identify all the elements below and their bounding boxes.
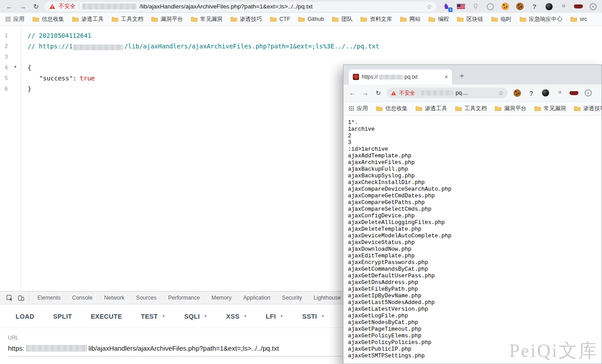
bookmark-star-icon[interactable]: ☆ <box>498 89 504 96</box>
bookmark-folder[interactable]: 临时 <box>491 16 512 23</box>
bookmark-folder[interactable]: 渗透工具 <box>72 16 104 23</box>
us-flag-icon[interactable] <box>457 2 465 11</box>
cookie-brown-icon[interactable] <box>513 88 521 97</box>
devtools-tab[interactable]: Lighthouse <box>308 292 347 304</box>
file-list-line: ajaxGetFileByPath.php <box>348 286 602 293</box>
bookmark-folder[interactable]: 漏洞平台 <box>151 16 183 23</box>
devtools-separator <box>29 294 29 301</box>
bookmark-label: 编程 <box>438 16 449 23</box>
bookmark-folder[interactable]: src <box>570 16 587 22</box>
question-extension-icon[interactable]: ? <box>527 88 536 97</box>
json-key: "success" <box>39 75 73 82</box>
dark-globe-icon[interactable] <box>545 2 554 11</box>
security-label[interactable]: 不安全 <box>59 3 76 10</box>
hackbar-dropdown-button[interactable]: TEST▼ <box>131 308 174 324</box>
apps-grid-icon <box>5 16 11 22</box>
bookmark-folder[interactable]: 工具文档 <box>112 16 143 23</box>
url-text[interactable]: /lib/ajaxHandlers/ajaxArchiveFiles.php?p… <box>140 3 424 10</box>
bookmark-apps[interactable]: 应用 <box>5 16 24 23</box>
bookmark-folder[interactable]: 应急响应中心 <box>520 16 562 23</box>
knight-extension-icon[interactable]: ♞5 <box>442 2 451 11</box>
address-bar[interactable]: 不安全 /lib/ajaxHandlers/ajaxArchiveFiles.p… <box>44 2 436 12</box>
devtools-tab[interactable]: Network <box>98 292 130 304</box>
bookmark-folder[interactable]: 团队 <box>332 16 352 23</box>
file-list-line: ajaxAddTemplate.php <box>348 153 602 160</box>
reload-icon[interactable]: ↻ <box>374 89 383 96</box>
mask-extension-icon[interactable] <box>574 2 583 11</box>
devtools-tab[interactable]: Sources <box>130 292 162 304</box>
location-pin-icon[interactable] <box>471 2 480 11</box>
file-list-line: ajaxGetDnsAddress.php <box>348 280 602 286</box>
back-icon[interactable]: ← <box>348 89 357 96</box>
devtools-tab[interactable]: Console <box>66 292 98 304</box>
cookie-brown-icon[interactable] <box>515 2 524 11</box>
cookie-orange-icon[interactable] <box>501 2 509 11</box>
bookmark-folder[interactable]: 网站 <box>400 16 420 23</box>
target-extension-icon[interactable] <box>589 2 598 11</box>
collapse-toggle-icon[interactable]: ▼ <box>14 65 16 69</box>
new-tab-button[interactable]: + <box>456 70 468 82</box>
hackbar-dropdown-button[interactable]: XSS▼ <box>217 308 256 324</box>
bookmark-apps[interactable]: 应用 <box>349 105 368 112</box>
forward-icon[interactable]: → <box>18 3 28 10</box>
back-icon[interactable]: ← <box>4 3 14 10</box>
json-value: true <box>80 75 95 82</box>
bookmark-folder[interactable]: 资料文库 <box>360 16 392 23</box>
forward-icon[interactable]: → <box>361 89 370 96</box>
bookmark-folder[interactable]: 常见漏洞 <box>191 16 222 23</box>
security-warning-icon <box>49 4 56 9</box>
reload-icon[interactable]: ↻ <box>31 3 41 11</box>
apps-grid-icon <box>349 106 354 111</box>
devtools-tab[interactable]: Memory <box>206 292 237 304</box>
file-list-line: ajaxGetLogFile.php <box>348 313 602 320</box>
bookmark-folder[interactable]: 渗透工具 <box>416 105 447 112</box>
folder-icon <box>270 16 277 22</box>
u-extension-icon[interactable]: u <box>559 2 568 11</box>
devtools-tab[interactable]: Performance <box>162 292 206 304</box>
hackbar-dropdown-button[interactable]: SQLI▼ <box>175 308 217 324</box>
hackbar-dropdown-button[interactable]: LFI▼ <box>256 308 293 324</box>
bookmark-folder[interactable]: 渗透技巧 <box>230 16 262 23</box>
bookmark-folder[interactable]: 常见漏洞 <box>534 105 566 112</box>
line-number: 1 <box>0 30 21 41</box>
hackbar-button[interactable]: LOAD <box>6 308 44 324</box>
tab-close-icon[interactable]: × <box>444 74 448 80</box>
popup-address-bar[interactable]: 不安全 pq.... ☆ <box>387 88 508 98</box>
u-extension-icon[interactable]: u <box>555 88 564 97</box>
file-list-line: 1*. <box>348 120 602 126</box>
mask-extension-icon[interactable] <box>570 88 578 97</box>
bookmark-label: 渗透工具 <box>81 16 104 23</box>
bookmark-folder[interactable]: CTF <box>270 16 290 22</box>
file-list-line: ajaxCheckInstallDir.php <box>348 180 602 186</box>
folder-icon <box>574 106 581 111</box>
bookmark-folder[interactable]: 信息收集 <box>32 16 64 23</box>
hackbar-button[interactable]: SPLIT <box>44 308 81 324</box>
security-warning-icon <box>391 91 396 96</box>
popup-tab-strip: https:// pq.txt × + <box>343 65 602 84</box>
inspect-element-icon[interactable] <box>4 295 15 301</box>
target-extension-icon[interactable] <box>584 88 593 97</box>
bookmark-folder[interactable]: 编程 <box>428 16 449 23</box>
main-toolbar: ← → ↻ 不安全 /lib/ajaxHandlers/ajaxArchiveF… <box>0 0 602 13</box>
bookmark-star-icon[interactable]: ☆ <box>426 3 432 10</box>
bookmark-label: 渗透工具 <box>425 105 447 112</box>
devtools-tab[interactable]: Application <box>237 292 276 304</box>
bookmark-folder[interactable]: Github <box>298 16 324 22</box>
bookmark-folder[interactable]: 信息收集 <box>376 105 408 112</box>
popup-extensions-row: ? u <box>512 88 593 97</box>
question-extension-icon[interactable]: ? <box>530 2 539 11</box>
bookmark-folder[interactable]: 工具文档 <box>455 105 487 112</box>
devtools-tab[interactable]: Security <box>276 292 308 304</box>
devtools-tab[interactable]: Elements <box>32 292 66 304</box>
ring-extension-icon[interactable] <box>486 2 495 11</box>
hackbar-dropdown-button[interactable]: SSTI▼ <box>293 308 334 324</box>
bookmark-folder[interactable]: 漏洞平台 <box>495 105 526 112</box>
dark-globe-icon[interactable] <box>541 88 550 97</box>
bookmark-label: src <box>580 16 587 22</box>
bookmark-folder[interactable]: 渗透技巧 <box>574 105 602 112</box>
device-toolbar-icon[interactable] <box>15 295 27 301</box>
bookmark-folder[interactable]: 区块链 <box>457 16 483 23</box>
file-list-line: 2 <box>348 133 602 140</box>
hackbar-button[interactable]: EXECUTE <box>81 308 132 324</box>
popup-active-tab[interactable]: https:// pq.txt × <box>349 69 452 84</box>
